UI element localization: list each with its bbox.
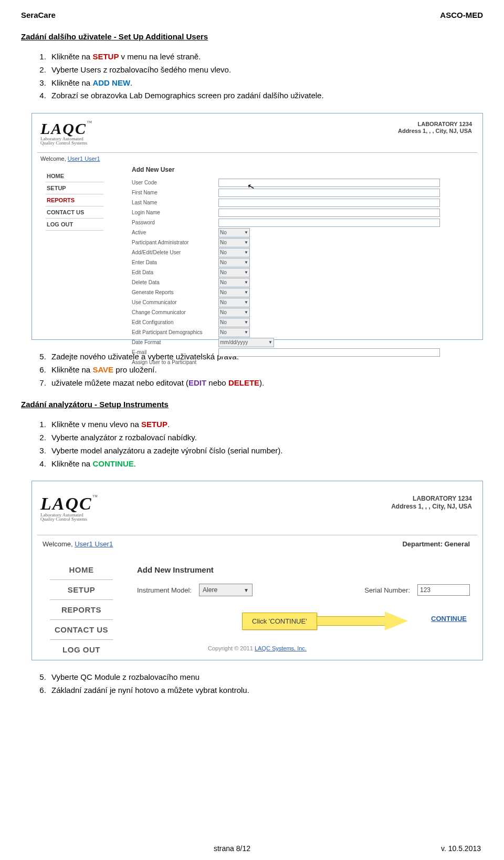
chevron-down-icon: ▼ <box>244 230 248 235</box>
welcome-text-2: Welcome, User1 User1 <box>43 540 113 548</box>
form-label: E-mail <box>132 349 218 355</box>
email-input[interactable] <box>218 348 440 357</box>
nav-item[interactable]: HOME <box>50 560 113 580</box>
select-input[interactable]: No▼ <box>218 288 250 297</box>
step-item: Klikněte na ADD NEW. <box>48 77 483 90</box>
form-label: Delete Data <box>132 279 218 285</box>
step-item: Základní zadání je nyní hotovo a můžete … <box>48 684 483 697</box>
step-item: Vyberte Users z rozbalovacího šedého men… <box>48 64 483 77</box>
select-input[interactable]: No▼ <box>218 328 250 337</box>
select-input[interactable]: No▼ <box>218 278 250 287</box>
step-item: Vyberte QC Module z rozbalovacího menu <box>48 671 483 684</box>
form-label: First Name <box>132 190 218 195</box>
section2-title: Zadání analyzátoru - Setup Instruments <box>21 400 483 409</box>
doc-version: v. 10.5.2013 <box>441 844 481 853</box>
step-item: uživatele můžete mazat nebo editovat (ED… <box>48 377 483 390</box>
chevron-down-icon: ▼ <box>244 260 248 265</box>
laqc-logo: LAQC™ Laboratory Automated Quality Contr… <box>40 120 92 146</box>
form-label: Date Format <box>132 339 218 345</box>
chevron-down-icon: ▼ <box>244 280 248 285</box>
text-input[interactable] <box>218 219 440 227</box>
page-number: strana 8/12 <box>214 844 250 853</box>
screenshot-add-user: LAQC™ Laboratory Automated Quality Contr… <box>32 113 483 340</box>
nav-item[interactable]: REPORTS <box>46 194 103 206</box>
serial-number-input[interactable]: 123 <box>417 584 470 596</box>
step-item: Vyberte analyzátor z rozbalovací nabídky… <box>48 431 483 444</box>
nav-item[interactable]: SETUP <box>46 182 103 194</box>
callout-click-continue: Click 'CONTINUE' <box>242 612 408 630</box>
text-input[interactable] <box>218 209 440 217</box>
chevron-down-icon: ▼ <box>244 290 248 295</box>
step-item: Zobrazí se obrazovka Lab Demographics sc… <box>48 89 483 102</box>
chevron-down-icon: ▼ <box>244 250 248 255</box>
select-input[interactable]: No▼ <box>218 268 250 277</box>
doc-header-left: SeraCare <box>21 11 56 19</box>
select-input[interactable]: No▼ <box>218 308 250 317</box>
chevron-down-icon: ▼ <box>244 310 248 315</box>
form-label: Edit Data <box>132 270 218 275</box>
section1-title: Zadání dalšího uživatele - Set Up Additi… <box>21 32 483 41</box>
chevron-down-icon: ▼ <box>244 587 249 593</box>
continue-link[interactable]: CONTINUE <box>431 615 467 623</box>
form-label: Active <box>132 230 218 235</box>
laqc-logo-2: LAQC™ Laboratory Automated Quality Contr… <box>40 494 98 522</box>
screenshot-add-instrument: LAQC™ Laboratory Automated Quality Contr… <box>32 481 483 660</box>
nav-item[interactable]: HOME <box>46 170 103 182</box>
select-input[interactable]: No▼ <box>218 298 250 307</box>
date-format-select[interactable]: mm/dd/yyyy▼ <box>218 338 274 347</box>
text-input[interactable] <box>218 199 440 207</box>
form-label: Use Communicator <box>132 299 218 305</box>
select-input[interactable]: No▼ <box>218 228 250 237</box>
form-label: Participant Administrator <box>132 240 218 245</box>
select-input[interactable]: No▼ <box>218 258 250 267</box>
nav-item[interactable]: REPORTS <box>50 600 113 620</box>
form-label: Enter Data <box>132 260 218 265</box>
nav-item[interactable]: CONTACT US <box>46 206 103 219</box>
serial-number-label: Serial Number: <box>364 586 410 594</box>
form-label: User Code <box>132 180 218 185</box>
lab-address: LABORATORY 1234 Address 1, , , City, NJ,… <box>398 121 472 134</box>
nav-item[interactable]: LOG OUT <box>46 219 103 231</box>
select-input[interactable]: No▼ <box>218 318 250 327</box>
step-item: Vyberte model analyzátoru a zadejte výro… <box>48 444 483 458</box>
form-label: Assign User to a Participant <box>132 359 218 365</box>
chevron-down-icon: ▼ <box>244 330 248 335</box>
chevron-down-icon: ▼ <box>268 340 272 345</box>
lab-address-2: LABORATORY 1234 Address 1, , , City, NJ,… <box>391 495 472 510</box>
copyright: Copyright © 2011 LAQC Systems, Inc. <box>32 645 482 651</box>
form-title-add-instrument: Add New Instrument <box>137 565 470 574</box>
select-input[interactable]: No▼ <box>218 248 250 257</box>
chevron-down-icon: ▼ <box>244 270 248 275</box>
select-input[interactable]: No▼ <box>218 238 250 247</box>
instrument-model-label: Instrument Model: <box>137 586 192 594</box>
form-label: Password <box>132 220 218 225</box>
form-label: Last Name <box>132 200 218 205</box>
welcome-text: Welcome, User1 User1 <box>40 156 100 162</box>
step-item: Klikněte na SETUP v menu na levé straně. <box>48 50 483 64</box>
form-label: Add/Edit/Delete User <box>132 250 218 255</box>
nav-item[interactable]: CONTACT US <box>50 620 113 640</box>
step-item: Klikněte v menu vlevo na SETUP. <box>48 418 483 431</box>
chevron-down-icon: ▼ <box>244 240 248 245</box>
form-title-add-user: Add New User <box>132 166 472 173</box>
copyright-link[interactable]: LAQC Systems, Inc. <box>255 645 307 651</box>
form-label: Edit Configuration <box>132 319 218 325</box>
form-label: Login Name <box>132 210 218 215</box>
step-item: Klikněte na CONTINUE. <box>48 458 483 471</box>
doc-header-right: ASCO-MED <box>440 11 483 19</box>
chevron-down-icon: ▼ <box>244 300 248 305</box>
nav-item[interactable]: SETUP <box>50 580 113 600</box>
instrument-model-select[interactable]: Alere▼ <box>199 584 253 596</box>
department-label: Department: General <box>402 540 470 548</box>
side-nav: HOMESETUPREPORTSCONTACT USLOG OUT <box>46 170 103 231</box>
side-nav-2: HOMESETUPREPORTSCONTACT USLOG OUT <box>50 560 113 659</box>
chevron-down-icon: ▼ <box>244 320 248 325</box>
form-label: Change Communicator <box>132 309 218 315</box>
form-label: Generate Reports <box>132 289 218 295</box>
form-label: Edit Participant Demographics <box>132 329 218 335</box>
